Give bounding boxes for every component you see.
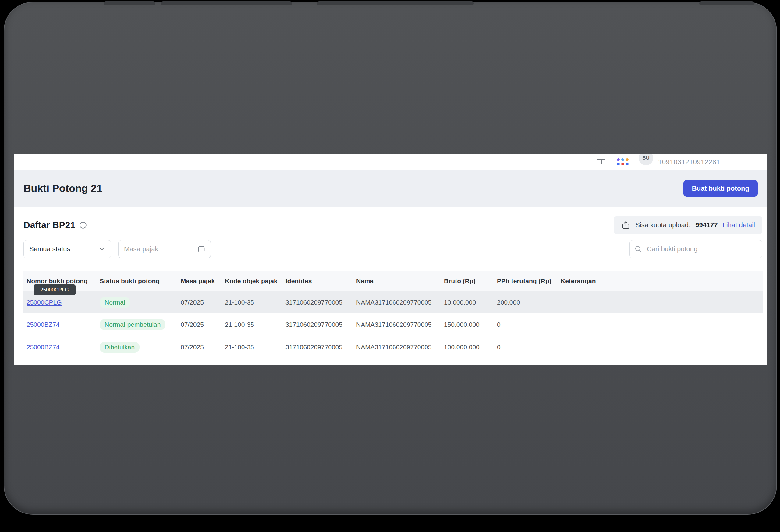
apps-grid-dot (621, 158, 624, 161)
col-header: Bruto (Rp) (441, 277, 494, 285)
lihat-detail-link[interactable]: Lihat detail (723, 221, 755, 229)
apps-grid-dot (621, 163, 624, 165)
background-tab (317, 1, 474, 5)
identitas-cell: 3171060209770005 (283, 321, 353, 328)
col-header: Masa pajak (178, 277, 222, 285)
toolbar-icon[interactable] (597, 158, 605, 164)
pph-cell: 0 (494, 321, 557, 328)
top-bar: SU 1091031210912281 (14, 154, 767, 170)
identitas-cell: 3171060209770005 (283, 343, 353, 351)
masa-pajak-cell: 07/2025 (178, 343, 222, 351)
search-field (630, 240, 762, 258)
bukti-potong-link[interactable]: 25000BZ74 (27, 343, 60, 351)
col-header: Kode objek pajak (222, 277, 283, 285)
table-row[interactable]: 25000CPLG Normal 07/2025 21-100-35 31710… (23, 291, 763, 313)
apps-grid-dot (626, 163, 629, 165)
nama-cell: NAMA3171060209770005 (353, 299, 441, 306)
user-id-text: 1091031210912281 (658, 154, 720, 170)
table-row[interactable]: 25000BZ74 Dibetulkan 07/2025 21-100-35 3… (23, 335, 763, 358)
nama-cell: NAMA3171060209770005 (353, 343, 441, 351)
bukti-potong-link[interactable]: 25000CPLG (27, 299, 62, 306)
apps-grid-icon[interactable] (616, 157, 630, 166)
status-badge: Normal-pembetulan (100, 319, 165, 330)
table-row[interactable]: 25000BZ74 Normal-pembetulan 07/2025 21-1… (23, 313, 763, 335)
pph-cell: 0 (494, 343, 557, 351)
search-input[interactable] (646, 245, 758, 253)
status-badge: Normal (100, 297, 130, 308)
screenshot-stage: SU 1091031210912281 Bukti Potong 21 Buat… (0, 0, 780, 532)
chevron-down-icon (98, 246, 105, 253)
kode-objek-cell: 21-100-35 (222, 321, 283, 328)
kode-objek-cell: 21-100-35 (222, 343, 283, 351)
search-icon (634, 245, 643, 253)
quota-label: Sisa kuota upload: (635, 221, 690, 229)
tooltip: 25000CPLG (34, 284, 76, 296)
avatar[interactable]: SU (639, 154, 653, 165)
bruto-cell: 150.000.000 (441, 321, 494, 328)
page-title: Bukti Potong 21 (23, 182, 102, 194)
app-window: SU 1091031210912281 Bukti Potong 21 Buat… (14, 154, 767, 365)
pph-cell: 200.000 (494, 299, 557, 306)
masa-pajak-cell: 07/2025 (178, 299, 222, 306)
col-header: Identitas (283, 277, 353, 285)
col-header: Status bukti potong (97, 277, 178, 285)
background-tab (161, 1, 292, 5)
status-badge: Dibetulkan (100, 342, 140, 353)
bruto-cell: 10.000.000 (441, 299, 494, 306)
calendar-icon[interactable] (197, 245, 206, 253)
status-filter-select[interactable]: Semua status (23, 240, 111, 258)
upload-quota-pill: Sisa kuota upload: 994177 Lihat detail (614, 216, 762, 234)
page-header: Bukti Potong 21 Buat bukti potong (14, 170, 767, 207)
masa-pajak-cell: 07/2025 (178, 321, 222, 328)
nama-cell: NAMA3171060209770005 (353, 321, 441, 328)
col-header: Nomor bukti potong (23, 277, 97, 285)
background-tab (104, 1, 155, 5)
masa-pajak-input[interactable] (124, 245, 197, 253)
status-filter-value: Semua status (29, 245, 70, 253)
col-header: PPh terutang (Rp) (494, 277, 557, 285)
background-tab (699, 1, 754, 5)
upload-icon (621, 220, 630, 230)
identitas-cell: 3171060209770005 (283, 299, 353, 306)
section-title: Daftar BP21 (23, 220, 75, 230)
info-icon[interactable] (79, 221, 87, 229)
apps-grid-dot (626, 158, 629, 161)
create-bukti-potong-button[interactable]: Buat bukti potong (683, 180, 758, 197)
col-header: Nama (353, 277, 441, 285)
apps-grid-dot (617, 158, 620, 161)
masa-pajak-field (118, 240, 211, 258)
content-area: Daftar BP21 Sisa kuota upload: (14, 218, 767, 358)
bp21-table: Nomor bukti potong Status bukti potong M… (23, 271, 763, 358)
col-header: Keterangan (557, 277, 763, 285)
quota-value: 994177 (695, 221, 718, 229)
bukti-potong-link[interactable]: 25000BZ74 (27, 321, 60, 328)
table-header-row: Nomor bukti potong Status bukti potong M… (23, 271, 763, 291)
bruto-cell: 100.000.000 (441, 343, 494, 351)
kode-objek-cell: 21-100-35 (222, 299, 283, 306)
apps-grid-dot (617, 163, 620, 165)
